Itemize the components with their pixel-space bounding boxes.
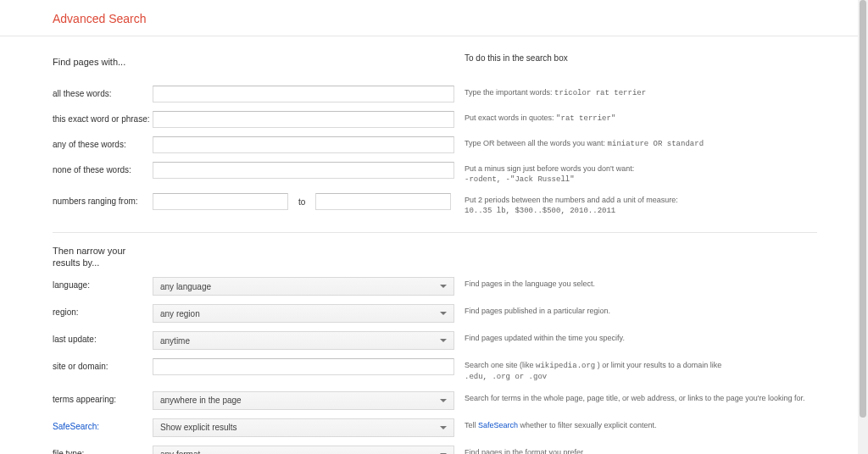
help-region: Find pages published in a particular reg… (454, 304, 817, 317)
label-exact-phrase: this exact word or phrase: (53, 111, 153, 124)
label-last-update: last update: (53, 331, 153, 344)
find-heading: Find pages with... (53, 57, 454, 67)
label-to: to (298, 197, 305, 207)
input-range-from[interactable] (153, 193, 288, 210)
help-any-words: Type OR between all the words you want: … (454, 136, 817, 150)
label-language: language: (53, 277, 153, 290)
chevron-down-icon (440, 312, 447, 315)
dropdown-terms-appearing[interactable]: anywhere in the page (153, 391, 454, 410)
input-exact-phrase[interactable] (153, 111, 454, 128)
label-site-domain: site or domain: (53, 358, 153, 371)
section-divider (53, 232, 817, 233)
narrow-heading: Then narrow your results by... (53, 245, 154, 269)
label-file-type: file type: (53, 446, 153, 454)
input-site-domain[interactable] (153, 358, 454, 375)
dropdown-region[interactable]: any region (153, 304, 454, 323)
chevron-down-icon (440, 285, 447, 288)
label-region: region: (53, 304, 153, 317)
chevron-down-icon (440, 339, 447, 342)
dropdown-language[interactable]: any language (153, 277, 454, 296)
label-none-words: none of these words: (53, 162, 153, 174)
help-last-update: Find pages updated within the time you s… (454, 331, 817, 344)
help-none-words: Put a minus sign just before words you d… (454, 162, 817, 185)
dropdown-file-type[interactable]: any format (153, 446, 454, 454)
label-numbers-range: numbers ranging from: (53, 193, 153, 206)
help-terms-appearing: Search for terms in the whole page, page… (454, 391, 817, 404)
help-exact-phrase: Put exact words in quotes: "rat terrier" (454, 111, 817, 125)
scrollbar-thumb[interactable] (860, 0, 866, 418)
label-any-words: any of these words: (53, 136, 153, 149)
input-any-words[interactable] (153, 136, 454, 153)
input-none-words[interactable] (153, 162, 454, 179)
help-all-words: Type the important words: tricolor rat t… (454, 86, 817, 99)
chevron-down-icon (440, 399, 447, 402)
dropdown-safesearch[interactable]: Show explicit results (153, 418, 454, 437)
page-title: Advanced Search (53, 12, 868, 25)
page-header: Advanced Search (0, 0, 868, 36)
input-all-words[interactable] (153, 86, 454, 102)
label-safesearch[interactable]: SafeSearch: (53, 418, 153, 431)
help-site-domain: Search one site (like wikipedia.org ) or… (454, 358, 817, 382)
label-terms-appearing: terms appearing: (53, 391, 153, 404)
help-file-type: Find pages in the format you prefer. (454, 446, 817, 454)
input-range-to[interactable] (315, 193, 451, 210)
dropdown-last-update[interactable]: anytime (153, 331, 454, 350)
chevron-down-icon (440, 426, 447, 429)
label-all-words: all these words: (53, 86, 153, 98)
help-safesearch: Tell SafeSearch whether to filter sexual… (454, 418, 817, 431)
help-language: Find pages in the language you select. (454, 277, 817, 290)
scrollbar[interactable] (858, 0, 868, 454)
help-heading: To do this in the search box (454, 53, 568, 65)
help-numbers-range: Put 2 periods between the numbers and ad… (454, 193, 817, 216)
